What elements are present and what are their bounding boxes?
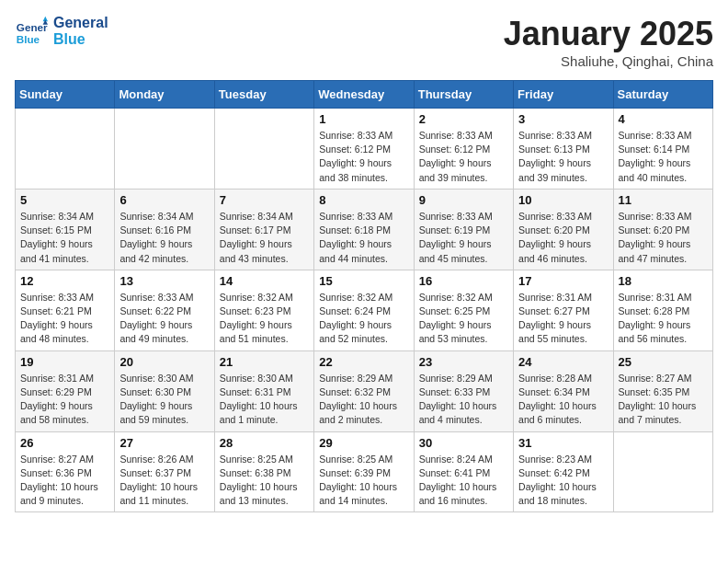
day-detail: Sunrise: 8:23 AM Sunset: 6:42 PM Dayligh… [518, 453, 608, 509]
day-detail: Sunrise: 8:34 AM Sunset: 6:15 PM Dayligh… [20, 210, 109, 266]
weekday-header-monday: Monday [115, 81, 214, 109]
day-number: 26 [20, 436, 109, 450]
day-number: 30 [419, 436, 508, 450]
day-cell: 18Sunrise: 8:31 AM Sunset: 6:28 PM Dayli… [613, 270, 712, 350]
day-detail: Sunrise: 8:26 AM Sunset: 6:37 PM Dayligh… [119, 453, 209, 509]
day-cell [16, 109, 115, 190]
day-detail: Sunrise: 8:33 AM Sunset: 6:14 PM Dayligh… [619, 129, 708, 185]
day-cell: 10Sunrise: 8:33 AM Sunset: 6:20 PM Dayli… [514, 189, 613, 270]
day-detail: Sunrise: 8:33 AM Sunset: 6:22 PM Dayligh… [119, 291, 209, 347]
day-cell: 29Sunrise: 8:25 AM Sunset: 6:39 PM Dayli… [314, 431, 414, 512]
day-detail: Sunrise: 8:28 AM Sunset: 6:34 PM Dayligh… [518, 372, 608, 428]
day-number: 24 [518, 355, 608, 369]
day-detail: Sunrise: 8:30 AM Sunset: 6:30 PM Dayligh… [119, 372, 209, 428]
day-cell: 21Sunrise: 8:30 AM Sunset: 6:31 PM Dayli… [214, 350, 313, 431]
day-detail: Sunrise: 8:33 AM Sunset: 6:20 PM Dayligh… [518, 210, 608, 266]
day-cell: 5Sunrise: 8:34 AM Sunset: 6:15 PM Daylig… [16, 189, 115, 270]
day-cell: 22Sunrise: 8:29 AM Sunset: 6:32 PM Dayli… [314, 350, 414, 431]
day-cell: 16Sunrise: 8:32 AM Sunset: 6:25 PM Dayli… [414, 270, 513, 350]
day-detail: Sunrise: 8:27 AM Sunset: 6:36 PM Dayligh… [20, 453, 109, 509]
day-number: 2 [419, 112, 508, 126]
day-detail: Sunrise: 8:34 AM Sunset: 6:17 PM Dayligh… [220, 210, 309, 266]
day-number: 16 [419, 274, 508, 288]
calendar-table: SundayMondayTuesdayWednesdayThursdayFrid… [15, 80, 713, 512]
day-number: 14 [220, 274, 309, 288]
weekday-header-wednesday: Wednesday [314, 81, 414, 109]
day-detail: Sunrise: 8:25 AM Sunset: 6:38 PM Dayligh… [220, 453, 309, 509]
day-cell: 9Sunrise: 8:33 AM Sunset: 6:19 PM Daylig… [414, 189, 513, 270]
weekday-header-tuesday: Tuesday [214, 81, 313, 109]
day-number: 27 [119, 436, 209, 450]
weekday-header-saturday: Saturday [613, 81, 712, 109]
day-cell: 27Sunrise: 8:26 AM Sunset: 6:37 PM Dayli… [115, 431, 214, 512]
calendar-subtitle: Shaliuhe, Qinghai, China [504, 53, 713, 69]
week-row-1: 1Sunrise: 8:33 AM Sunset: 6:12 PM Daylig… [16, 109, 713, 190]
week-row-5: 26Sunrise: 8:27 AM Sunset: 6:36 PM Dayli… [16, 431, 713, 512]
day-number: 4 [619, 112, 708, 126]
logo-line2: Blue [53, 31, 108, 48]
day-detail: Sunrise: 8:25 AM Sunset: 6:39 PM Dayligh… [319, 453, 408, 509]
day-number: 18 [619, 274, 708, 288]
day-number: 13 [119, 274, 209, 288]
svg-text:General: General [17, 21, 48, 33]
day-number: 6 [119, 193, 209, 207]
day-detail: Sunrise: 8:27 AM Sunset: 6:35 PM Dayligh… [619, 372, 708, 428]
day-cell: 15Sunrise: 8:32 AM Sunset: 6:24 PM Dayli… [314, 270, 414, 350]
day-detail: Sunrise: 8:33 AM Sunset: 6:20 PM Dayligh… [619, 210, 708, 266]
weekday-header-thursday: Thursday [414, 81, 513, 109]
day-cell [613, 431, 712, 512]
day-number: 31 [518, 436, 608, 450]
day-detail: Sunrise: 8:31 AM Sunset: 6:27 PM Dayligh… [518, 291, 608, 347]
day-number: 1 [319, 112, 408, 126]
day-cell: 7Sunrise: 8:34 AM Sunset: 6:17 PM Daylig… [214, 189, 313, 270]
day-detail: Sunrise: 8:32 AM Sunset: 6:24 PM Dayligh… [319, 291, 408, 347]
day-number: 22 [319, 355, 408, 369]
day-detail: Sunrise: 8:33 AM Sunset: 6:21 PM Dayligh… [20, 291, 109, 347]
day-number: 29 [319, 436, 408, 450]
day-number: 9 [419, 193, 508, 207]
week-row-2: 5Sunrise: 8:34 AM Sunset: 6:15 PM Daylig… [16, 189, 713, 270]
day-detail: Sunrise: 8:32 AM Sunset: 6:25 PM Dayligh… [419, 291, 508, 347]
day-number: 7 [220, 193, 309, 207]
day-detail: Sunrise: 8:33 AM Sunset: 6:19 PM Dayligh… [419, 210, 508, 266]
calendar-title: January 2025 [504, 15, 713, 53]
logo: General Blue General Blue [15, 15, 108, 48]
day-number: 28 [220, 436, 309, 450]
day-number: 10 [518, 193, 608, 207]
day-cell: 8Sunrise: 8:33 AM Sunset: 6:18 PM Daylig… [314, 189, 414, 270]
day-number: 3 [518, 112, 608, 126]
day-detail: Sunrise: 8:32 AM Sunset: 6:23 PM Dayligh… [220, 291, 309, 347]
day-cell: 14Sunrise: 8:32 AM Sunset: 6:23 PM Dayli… [214, 270, 313, 350]
day-detail: Sunrise: 8:30 AM Sunset: 6:31 PM Dayligh… [220, 372, 309, 428]
day-cell [115, 109, 214, 190]
day-number: 21 [220, 355, 309, 369]
day-cell: 4Sunrise: 8:33 AM Sunset: 6:14 PM Daylig… [613, 109, 712, 190]
day-cell: 17Sunrise: 8:31 AM Sunset: 6:27 PM Dayli… [514, 270, 613, 350]
day-detail: Sunrise: 8:33 AM Sunset: 6:12 PM Dayligh… [419, 129, 508, 185]
weekday-header-sunday: Sunday [16, 81, 115, 109]
day-detail: Sunrise: 8:31 AM Sunset: 6:29 PM Dayligh… [20, 372, 109, 428]
logo-line1: General [53, 15, 108, 31]
day-cell: 12Sunrise: 8:33 AM Sunset: 6:21 PM Dayli… [16, 270, 115, 350]
day-cell: 31Sunrise: 8:23 AM Sunset: 6:42 PM Dayli… [514, 431, 613, 512]
day-number: 5 [20, 193, 109, 207]
weekday-header-friday: Friday [514, 81, 613, 109]
day-number: 25 [619, 355, 708, 369]
day-cell: 30Sunrise: 8:24 AM Sunset: 6:41 PM Dayli… [414, 431, 513, 512]
day-cell: 28Sunrise: 8:25 AM Sunset: 6:38 PM Dayli… [214, 431, 313, 512]
day-detail: Sunrise: 8:29 AM Sunset: 6:33 PM Dayligh… [419, 372, 508, 428]
day-detail: Sunrise: 8:33 AM Sunset: 6:18 PM Dayligh… [319, 210, 408, 266]
day-cell: 24Sunrise: 8:28 AM Sunset: 6:34 PM Dayli… [514, 350, 613, 431]
day-cell: 13Sunrise: 8:33 AM Sunset: 6:22 PM Dayli… [115, 270, 214, 350]
day-cell: 25Sunrise: 8:27 AM Sunset: 6:35 PM Dayli… [613, 350, 712, 431]
day-cell: 11Sunrise: 8:33 AM Sunset: 6:20 PM Dayli… [613, 189, 712, 270]
header: General Blue General Blue January 2025 S… [15, 15, 713, 69]
day-detail: Sunrise: 8:34 AM Sunset: 6:16 PM Dayligh… [119, 210, 209, 266]
day-detail: Sunrise: 8:33 AM Sunset: 6:12 PM Dayligh… [319, 129, 408, 185]
svg-text:Blue: Blue [17, 33, 40, 45]
day-cell: 23Sunrise: 8:29 AM Sunset: 6:33 PM Dayli… [414, 350, 513, 431]
day-cell: 2Sunrise: 8:33 AM Sunset: 6:12 PM Daylig… [414, 109, 513, 190]
day-detail: Sunrise: 8:24 AM Sunset: 6:41 PM Dayligh… [419, 453, 508, 509]
day-cell: 6Sunrise: 8:34 AM Sunset: 6:16 PM Daylig… [115, 189, 214, 270]
day-cell: 1Sunrise: 8:33 AM Sunset: 6:12 PM Daylig… [314, 109, 414, 190]
